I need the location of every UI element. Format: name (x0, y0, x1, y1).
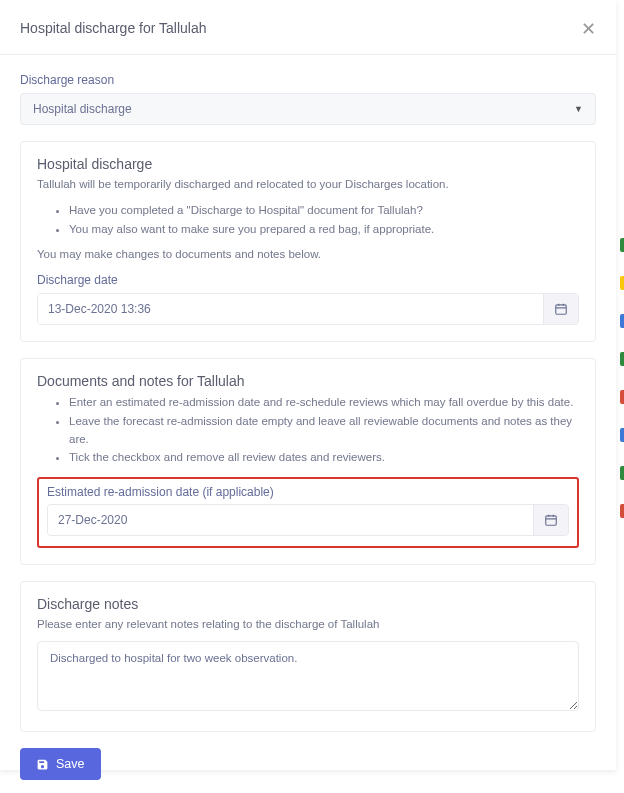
list-item: Enter an estimated re-admission date and… (69, 393, 579, 411)
notes-card-subtitle: Please enter any relevant notes relating… (37, 616, 579, 633)
edge-tab (620, 238, 624, 252)
hospital-card-bullets: Have you completed a "Discharge to Hospi… (37, 201, 579, 238)
svg-rect-0 (556, 305, 567, 314)
modal-body: Discharge reason Hospital discharge ▼ Ho… (0, 55, 616, 793)
hospital-card-title: Hospital discharge (37, 156, 579, 172)
hospital-card-footer: You may make changes to documents and no… (37, 246, 579, 263)
discharge-date-label: Discharge date (37, 273, 579, 287)
readmission-date-picker-button[interactable] (533, 505, 568, 535)
edge-tab (620, 428, 624, 442)
readmission-date-input[interactable] (48, 505, 533, 535)
discharge-date-input[interactable] (38, 294, 543, 324)
list-item: Have you completed a "Discharge to Hospi… (69, 201, 579, 219)
close-button[interactable]: ✕ (581, 20, 596, 38)
docs-card-bullets: Enter an estimated re-admission date and… (37, 393, 579, 467)
list-item: Leave the forecast re-admission date emp… (69, 412, 579, 449)
calendar-icon (554, 302, 568, 316)
notes-card-title: Discharge notes (37, 596, 579, 612)
docs-card-title: Documents and notes for Tallulah (37, 373, 579, 389)
save-icon (36, 758, 49, 771)
discharge-reason-select[interactable]: Hospital discharge ▼ (20, 93, 596, 125)
close-icon: ✕ (581, 19, 596, 39)
readmission-date-field (47, 504, 569, 536)
modal-title: Hospital discharge for Tallulah (20, 20, 207, 36)
discharge-modal: Hospital discharge for Tallulah ✕ Discha… (0, 0, 616, 770)
edge-tab (620, 466, 624, 480)
list-item: Tick the checkbox and remove all review … (69, 448, 579, 466)
modal-header: Hospital discharge for Tallulah ✕ (0, 0, 616, 55)
hospital-discharge-card: Hospital discharge Tallulah will be temp… (20, 141, 596, 342)
readmission-date-label: Estimated re-admission date (if applicab… (47, 485, 569, 499)
discharge-date-picker-button[interactable] (543, 294, 578, 324)
edge-color-tabs (620, 238, 624, 518)
documents-notes-card: Documents and notes for Tallulah Enter a… (20, 358, 596, 565)
edge-tab (620, 276, 624, 290)
edge-tab (620, 390, 624, 404)
save-button[interactable]: Save (20, 748, 101, 780)
calendar-icon (544, 513, 558, 527)
list-item: You may also want to make sure you prepa… (69, 220, 579, 238)
hospital-card-subtitle: Tallulah will be temporarily discharged … (37, 176, 579, 193)
discharge-notes-card: Discharge notes Please enter any relevan… (20, 581, 596, 732)
save-button-label: Save (56, 757, 85, 771)
edge-tab (620, 504, 624, 518)
discharge-notes-textarea[interactable] (37, 641, 579, 711)
edge-tab (620, 352, 624, 366)
discharge-date-field (37, 293, 579, 325)
discharge-reason-label: Discharge reason (20, 73, 596, 87)
edge-tab (620, 314, 624, 328)
discharge-reason-value: Hospital discharge (33, 102, 132, 116)
chevron-down-icon: ▼ (574, 104, 583, 114)
readmission-highlight: Estimated re-admission date (if applicab… (37, 477, 579, 548)
svg-rect-1 (546, 516, 557, 525)
